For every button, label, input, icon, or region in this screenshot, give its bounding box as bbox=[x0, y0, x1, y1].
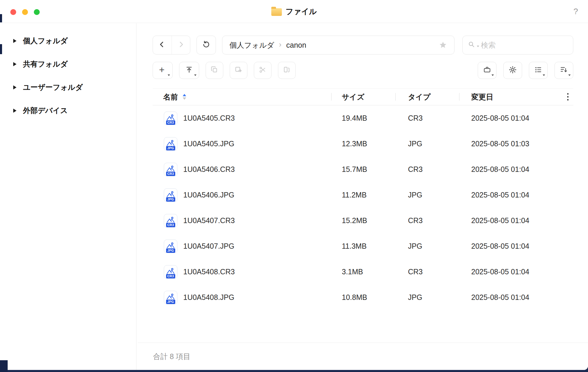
sort-asc-icon bbox=[183, 94, 186, 96]
cell-size: 11.3MB bbox=[331, 242, 395, 250]
caret-down-icon bbox=[492, 74, 494, 76]
table-row[interactable]: CR3 1U0A5408.CR3 3.1MB CR3 2025-08-05 01… bbox=[153, 259, 573, 285]
file-type-badge: CR3 bbox=[166, 172, 175, 176]
cell-modified: 2025-08-05 01:04 bbox=[459, 114, 573, 122]
screen: ファイル ? 個人フォルダ 共有フォルダ ユーザーフォルダ 外部デバイス bbox=[0, 0, 588, 372]
background-window-corner bbox=[0, 360, 8, 372]
breadcrumb-current[interactable]: canon bbox=[286, 41, 306, 49]
cell-type: JPG bbox=[395, 293, 459, 302]
file-name: 1U0A5406.JPG bbox=[183, 191, 234, 199]
new-item-button[interactable]: + bbox=[153, 62, 173, 79]
zoom-button[interactable] bbox=[34, 9, 40, 15]
cell-modified: 2025-08-05 01:04 bbox=[459, 242, 573, 250]
sort-desc-icon bbox=[183, 97, 186, 100]
image-file-icon: CR3 bbox=[164, 265, 177, 279]
search-input[interactable] bbox=[481, 41, 568, 49]
cell-name: JPG 1U0A5408.JPG bbox=[153, 291, 331, 304]
sidebar-item[interactable]: ユーザーフォルダ bbox=[0, 76, 136, 99]
scissors-icon bbox=[259, 66, 266, 75]
paste-icon bbox=[283, 66, 291, 75]
cell-size: 12.3MB bbox=[331, 140, 395, 148]
cell-size: 19.4MB bbox=[331, 114, 395, 122]
image-file-icon: CR3 bbox=[164, 112, 177, 125]
upload-button[interactable] bbox=[179, 62, 199, 79]
refresh-icon bbox=[202, 40, 210, 50]
cell-type: JPG bbox=[395, 242, 459, 250]
table-row[interactable]: CR3 1U0A5405.CR3 19.4MB CR3 2025-08-05 0… bbox=[153, 105, 573, 131]
sidebar-item[interactable]: 個人フォルダ bbox=[0, 29, 136, 52]
table-row[interactable]: JPG 1U0A5405.JPG 12.3MB JPG 2025-08-05 0… bbox=[153, 131, 573, 157]
background-window-edge bbox=[0, 14, 2, 22]
cell-name: JPG 1U0A5407.JPG bbox=[153, 240, 331, 253]
image-file-icon: CR3 bbox=[164, 163, 177, 176]
chevron-right-icon bbox=[178, 41, 184, 49]
archive-button[interactable] bbox=[478, 62, 497, 79]
cell-modified: 2025-08-05 01:04 bbox=[459, 191, 573, 199]
titlebar: ファイル ? bbox=[0, 0, 588, 23]
sidebar-item-label: 個人フォルダ bbox=[23, 36, 68, 46]
table-header: 名前 サイズ タイプ 変更日 bbox=[153, 88, 573, 105]
forward-button[interactable] bbox=[171, 36, 190, 54]
file-name: 1U0A5405.CR3 bbox=[183, 114, 235, 122]
sidebar-item[interactable]: 共有フォルダ bbox=[0, 52, 136, 76]
breadcrumb-root[interactable]: 個人フォルダ bbox=[229, 40, 274, 50]
column-label-type: タイプ bbox=[408, 92, 431, 102]
table-row[interactable]: JPG 1U0A5408.JPG 10.8MB JPG 2025-08-05 0… bbox=[153, 285, 573, 310]
favorite-star-icon[interactable] bbox=[439, 41, 447, 49]
toolbar-right bbox=[478, 62, 573, 79]
view-mode-button[interactable] bbox=[529, 62, 548, 79]
table-row[interactable]: CR3 1U0A5407.CR3 15.2MB CR3 2025-08-05 0… bbox=[153, 208, 573, 233]
cell-name: JPG 1U0A5405.JPG bbox=[153, 137, 331, 151]
settings-button[interactable] bbox=[503, 62, 522, 79]
sort-icon bbox=[560, 66, 568, 75]
file-type-badge: CR3 bbox=[166, 120, 175, 125]
column-header-size[interactable]: サイズ bbox=[331, 89, 395, 105]
column-label-name: 名前 bbox=[163, 92, 178, 102]
copy-icon bbox=[211, 66, 218, 75]
minimize-button[interactable] bbox=[22, 9, 28, 15]
help-button[interactable]: ? bbox=[573, 7, 578, 16]
search-scope-caret-icon[interactable] bbox=[477, 46, 479, 47]
disclosure-triangle-icon[interactable] bbox=[13, 39, 16, 43]
cell-name: CR3 1U0A5407.CR3 bbox=[153, 214, 331, 227]
window-title: ファイル bbox=[286, 6, 317, 17]
table-row[interactable]: JPG 1U0A5407.JPG 11.3MB JPG 2025-08-05 0… bbox=[153, 233, 573, 259]
cell-size: 10.8MB bbox=[331, 293, 395, 302]
file-manager-window: ファイル ? 個人フォルダ 共有フォルダ ユーザーフォルダ 外部デバイス bbox=[0, 0, 588, 370]
table-row[interactable]: JPG 1U0A5406.JPG 11.2MB JPG 2025-08-05 0… bbox=[153, 182, 573, 208]
back-button[interactable] bbox=[153, 36, 171, 54]
traffic-lights bbox=[10, 9, 40, 15]
paste-button[interactable] bbox=[278, 62, 296, 79]
cell-size: 15.2MB bbox=[331, 216, 395, 225]
file-name: 1U0A5406.CR3 bbox=[183, 165, 235, 174]
column-options-kebab-icon[interactable] bbox=[567, 93, 569, 101]
file-name: 1U0A5405.JPG bbox=[183, 140, 234, 148]
sidebar: 個人フォルダ 共有フォルダ ユーザーフォルダ 外部デバイス bbox=[0, 23, 136, 370]
close-button[interactable] bbox=[10, 9, 16, 15]
caret-down-icon bbox=[568, 74, 571, 76]
toolbar-left: + bbox=[153, 62, 296, 79]
column-header-name[interactable]: 名前 bbox=[153, 89, 331, 105]
disclosure-triangle-icon[interactable] bbox=[13, 109, 16, 113]
column-header-modified[interactable]: 変更日 bbox=[459, 89, 573, 105]
cell-name: JPG 1U0A5406.JPG bbox=[153, 188, 331, 202]
column-header-type[interactable]: タイプ bbox=[395, 89, 459, 105]
disclosure-triangle-icon[interactable] bbox=[13, 62, 16, 66]
sort-arrows-icon[interactable] bbox=[183, 94, 186, 100]
copy-button[interactable] bbox=[206, 62, 223, 79]
sort-button[interactable] bbox=[554, 62, 573, 79]
cell-name: CR3 1U0A5406.CR3 bbox=[153, 163, 331, 176]
table-row[interactable]: CR3 1U0A5406.CR3 15.7MB CR3 2025-08-05 0… bbox=[153, 157, 573, 182]
caret-down-icon bbox=[543, 74, 545, 76]
sidebar-item[interactable]: 外部デバイス bbox=[0, 99, 136, 122]
column-label-size: サイズ bbox=[342, 92, 364, 102]
file-name: 1U0A5407.CR3 bbox=[183, 216, 235, 225]
move-to-button[interactable] bbox=[230, 62, 247, 79]
refresh-button[interactable] bbox=[196, 36, 216, 54]
cell-type: CR3 bbox=[395, 268, 459, 276]
disclosure-triangle-icon[interactable] bbox=[13, 85, 16, 89]
breadcrumb-separator-icon: › bbox=[279, 40, 281, 49]
image-file-icon: JPG bbox=[164, 188, 177, 202]
cut-button[interactable] bbox=[254, 62, 271, 79]
cell-size: 3.1MB bbox=[331, 268, 395, 276]
